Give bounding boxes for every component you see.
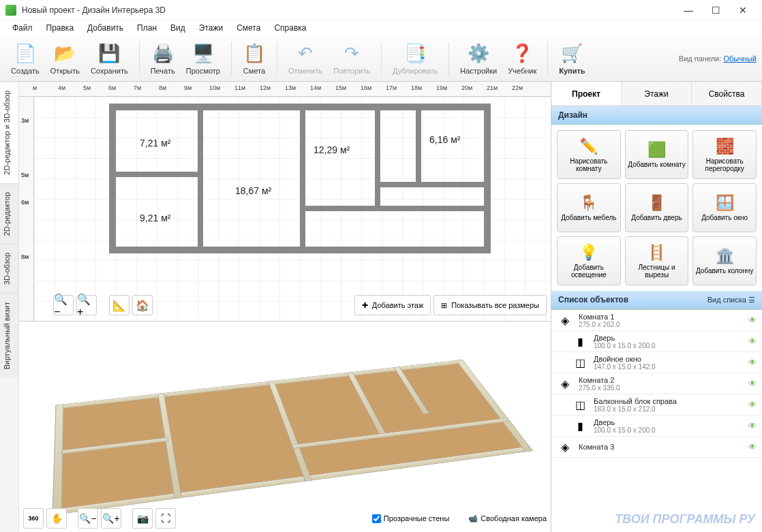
estimate-button[interactable]: 📋Смета	[237, 41, 271, 76]
zoom-in-3d-button[interactable]: 🔍+	[101, 508, 121, 529]
list-item[interactable]: ◈Комната 2275.0 x 335.0👁	[551, 373, 762, 394]
add-room-button[interactable]: 🟩Добавить комнату	[625, 130, 689, 179]
print-icon: 🖨️	[151, 42, 174, 65]
transparent-walls-checkbox[interactable]: Прозрачные стены	[372, 514, 449, 523]
tab-project[interactable]: Проект	[551, 82, 622, 106]
menu-floors[interactable]: Этажи	[192, 22, 230, 34]
visibility-icon[interactable]: 👁	[748, 379, 757, 388]
save-button[interactable]: 💾Сохранить	[85, 41, 134, 76]
fullscreen-button[interactable]: ⛶	[155, 508, 176, 529]
home-button[interactable]: 🏠	[132, 295, 153, 315]
menu-edit[interactable]: Правка	[40, 22, 81, 34]
zoom-out-button[interactable]: 🔍−	[53, 295, 74, 315]
plus-icon: ✚	[362, 301, 368, 310]
folder-icon: 📂	[53, 42, 76, 65]
vtab-2d-3d[interactable]: 2D-редактор и 3D-обзор	[0, 82, 18, 183]
iso-house	[52, 359, 534, 515]
menu-plan[interactable]: План	[130, 22, 164, 34]
ruler-vertical: 3м5м6м8м	[19, 97, 34, 321]
vtab-virtual[interactable]: Виртуальный визит	[0, 293, 18, 378]
visibility-icon[interactable]: 👁	[748, 442, 757, 452]
zoom-out-3d-button[interactable]: 🔍−	[78, 508, 98, 529]
tab-floors[interactable]: Этажи	[622, 82, 692, 106]
copy-icon: 📑	[403, 42, 427, 65]
panel-mode-link[interactable]: Обычный	[723, 54, 757, 63]
visibility-icon[interactable]: 👁	[748, 421, 757, 431]
canvas-2d[interactable]: 7,21 м² 18,67 м² 12,29 м² 6,16 м² 9,21 м…	[34, 97, 551, 321]
vtab-3d[interactable]: 3D-обзор	[0, 244, 18, 293]
column-icon: 🏛️	[716, 247, 734, 265]
menu-view[interactable]: Вид	[164, 22, 192, 34]
panel-mode: Вид панели: Обычный	[679, 54, 757, 63]
object-list[interactable]: ◈Комната 1275.0 x 262.0👁▮Дверь100.0 x 15…	[551, 309, 762, 532]
app-icon	[5, 5, 16, 16]
list-item[interactable]: ◫Двойное окно147.0 x 15.0 x 142.0👁	[551, 352, 762, 373]
list-item[interactable]: ◈Комната 3👁	[551, 437, 762, 458]
duplicate-button[interactable]: 📑Дублировать	[387, 41, 443, 76]
add-window-button[interactable]: 🪟Добавить окно	[692, 183, 757, 232]
menu-help[interactable]: Справка	[267, 22, 313, 34]
menu-estimate[interactable]: Смета	[230, 22, 267, 34]
free-camera-checkbox[interactable]: 📹 Свободная камера	[468, 514, 547, 523]
visibility-icon[interactable]: 👁	[748, 358, 757, 367]
list-item[interactable]: ▮Дверь100.0 x 15.0 x 200.0👁	[551, 331, 762, 352]
object-icon: ◈	[557, 439, 573, 455]
floorplan: 7,21 м² 18,67 м² 12,29 м² 6,16 м² 9,21 м…	[109, 104, 491, 281]
brick-icon: 🧱	[716, 138, 734, 155]
buy-button[interactable]: 🛒Купить	[553, 41, 590, 76]
menu-add[interactable]: Добавить	[80, 22, 130, 34]
menu-file[interactable]: Файл	[5, 22, 40, 34]
redo-icon: ↷	[340, 42, 363, 65]
stairs-button[interactable]: 🪜Лестницы и вырезы	[625, 236, 689, 285]
add-column-button[interactable]: 🏛️Добавить колонну	[692, 236, 757, 285]
minimize-button[interactable]: —	[675, 1, 702, 20]
rotate-360-button[interactable]: 360	[23, 508, 44, 529]
right-tabs: Проект Этажи Свойства	[551, 82, 762, 106]
maximize-button[interactable]: ☐	[702, 1, 729, 20]
titlebar: Новый проект - Дизайн Интерьера 3D — ☐ ✕	[0, 0, 762, 20]
close-button[interactable]: ✕	[729, 1, 757, 20]
section-design: Дизайн	[551, 106, 762, 125]
vtab-2d[interactable]: 2D-редактор	[0, 183, 18, 244]
help-icon: ❓	[510, 42, 534, 65]
visibility-icon[interactable]: 👁	[748, 315, 757, 325]
object-name: Комната 1	[579, 313, 743, 321]
object-size: 100.0 x 15.0 x 200.0	[594, 426, 743, 434]
measure-button[interactable]: 📐	[109, 295, 129, 315]
object-name: Комната 3	[579, 443, 743, 451]
list-item[interactable]: ▮Дверь100.0 x 15.0 x 200.0👁	[551, 416, 762, 437]
visibility-icon[interactable]: 👁	[748, 337, 757, 346]
stairs-icon: 🪜	[647, 244, 666, 262]
window-icon: 🪟	[716, 194, 734, 212]
canvas-3d[interactable]: 360 ✋ 🔍− 🔍+ 📷 ⛶ Прозрачные стены 📹 Свобо…	[19, 321, 551, 532]
monitor-icon: 🖥️	[192, 42, 215, 65]
room-area-4: 6,16 м²	[429, 134, 460, 145]
print-button[interactable]: 🖨️Печать	[145, 41, 181, 76]
add-door-button[interactable]: 🚪Добавить дверь	[625, 183, 689, 232]
zoom-in-button[interactable]: 🔍+	[76, 295, 97, 315]
object-icon: ◈	[557, 312, 573, 328]
add-floor-button[interactable]: ✚Добавить этаж	[354, 295, 431, 315]
tutorial-button[interactable]: ❓Учебник	[502, 41, 542, 76]
list-item[interactable]: ◈Комната 1275.0 x 262.0👁	[551, 310, 762, 331]
settings-button[interactable]: ⚙️Настройки	[455, 41, 502, 76]
preview-button[interactable]: 🖥️Просмотр	[181, 41, 226, 76]
object-size: 100.0 x 15.0 x 200.0	[594, 342, 743, 349]
camera-button[interactable]: 📷	[132, 508, 153, 529]
pan-button[interactable]: ✋	[46, 508, 67, 529]
draw-wall-button[interactable]: 🧱Нарисовать перегородку	[692, 130, 757, 179]
show-dimensions-button[interactable]: ⊞Показывать все размеры	[433, 295, 547, 315]
open-button[interactable]: 📂Открыть	[45, 41, 85, 76]
redo-button[interactable]: ↷Повторить	[328, 41, 376, 76]
undo-button[interactable]: ↶Отменить	[283, 41, 328, 76]
object-size: 275.0 x 335.0	[579, 384, 743, 392]
tab-properties[interactable]: Свойства	[692, 82, 762, 106]
add-furniture-button[interactable]: 🪑Добавить мебель	[557, 183, 621, 232]
draw-room-button[interactable]: ✏️Нарисовать комнату	[557, 130, 621, 179]
visibility-icon[interactable]: 👁	[748, 400, 757, 409]
create-button[interactable]: 📄Создать	[5, 41, 45, 76]
pencil-icon: ✏️	[579, 138, 598, 155]
list-item[interactable]: ◫Балконный блок справа183.0 x 15.0 x 212…	[551, 394, 762, 416]
list-mode-icon[interactable]: ☰	[748, 296, 755, 304]
add-light-button[interactable]: 💡Добавить освещение	[557, 236, 621, 285]
